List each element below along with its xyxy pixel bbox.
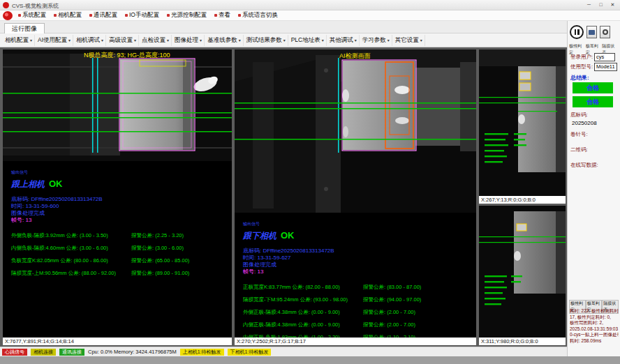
- toolbar-test-result-params[interactable]: 测试结果参数▾: [244, 35, 288, 46]
- toolbar: 相机配置▾ AI使用配置▾ 相机调试▾ 高级设置▾ 点检设置▾ 图像处理▾ 基准…: [0, 33, 567, 47]
- menu-item-system-config[interactable]: 系统配置: [18, 11, 46, 20]
- alarm-tolerance: 报警公差: (89.00 - 91.00): [131, 270, 228, 277]
- window-controls: ─ □ ✕: [583, 1, 619, 9]
- menu-item-view[interactable]: 查看: [214, 11, 230, 20]
- barcode-label: 底标码:: [570, 112, 588, 119]
- small-top-coord-readout: X:267;Y:13;R:0;G:0;B:0: [479, 196, 566, 204]
- menu-label: 查看: [219, 11, 230, 20]
- toolbar-label: 高级设置: [109, 36, 133, 45]
- measure-value: 内侧正极-隔膜:4.38mm 公差: (0.00 - 9.00): [243, 321, 363, 328]
- cpu-memory-readout: Cpu: 0.0% Memory: 3424.41796875M: [88, 349, 177, 355]
- result-badge-1: 合格: [573, 82, 613, 93]
- menu-icon: [238, 14, 241, 17]
- alarm-tolerance: 报警公差: (65.00 - 85.00): [131, 257, 228, 264]
- camera-snapshot-button[interactable]: [586, 26, 597, 38]
- toolbar-ai-config[interactable]: AI使用配置▾: [36, 35, 73, 46]
- title-bar: CVS-视觉检测系统 ─ □ ✕: [0, 0, 620, 10]
- comm-connection-badge: 通讯连接: [59, 349, 84, 356]
- menu-icon: [167, 14, 170, 17]
- menu-item-io-config[interactable]: IO手动配置: [125, 11, 159, 20]
- left-overlay-text: N极总高度: 93; HG-总高度:100: [84, 52, 170, 59]
- alarm-tolerance: 报警公差: (94.00 - 97.00): [363, 296, 472, 303]
- barcode-value: 20250208: [572, 120, 597, 126]
- menu-item-light-config[interactable]: 光源控制配置: [167, 11, 207, 20]
- tab-run-image[interactable]: 运行图像: [4, 23, 45, 34]
- left-camera-view[interactable]: N极总高度: 93; HG-总高度:100: [3, 50, 232, 161]
- reel-number-row: 卷针号:: [570, 131, 588, 138]
- middle-barcode: 底标码: DFffine2025020813313472B: [243, 248, 472, 255]
- reel-number-label: 卷针号:: [570, 131, 588, 138]
- small-bottom-camera-panel: [479, 206, 566, 338]
- middle-time: 时间: 13-31-59-627: [243, 255, 472, 261]
- toolbar-image-process[interactable]: 图像处理▾: [172, 35, 205, 46]
- target-calibration-button[interactable]: [600, 26, 610, 38]
- left-camera-title: 跟上相机: [11, 179, 45, 189]
- left-barcode: 底标码: DFffine2025020813313472B: [11, 196, 228, 203]
- menu-icon: [18, 14, 21, 17]
- chevron-down-icon: ▾: [68, 38, 71, 43]
- left-camera-panel: N极总高度: 93; HG-总高度:100 输出信号 跟上相机OK 底标码: D…: [3, 50, 232, 338]
- small-top-camera-panel: [479, 50, 566, 196]
- small-top-camera-view[interactable]: [479, 50, 566, 196]
- middle-camera-view[interactable]: AI检测画面: [235, 50, 476, 213]
- stats-lines: 耗时: 222, 极性检测耗时: 17, 极性判定耗时: 0, 极性写图耗时: …: [570, 308, 619, 344]
- toolbar-other-debug[interactable]: 其他调试▾: [327, 35, 360, 46]
- middle-coord-readout: X:270;Y:2502;R:17;G:17;B:17: [235, 338, 476, 345]
- menu-item-camera-config[interactable]: 相机配置: [54, 11, 82, 20]
- app-logo-icon: [3, 2, 9, 8]
- left-output-signal: 输出信号: [11, 169, 228, 176]
- menu-label: 系统配置: [22, 11, 46, 20]
- minimize-button[interactable]: ─: [583, 1, 595, 9]
- measure-value: 内侧负极-隔膜:4.60mm 公差: (3.00 - 6.00): [11, 245, 131, 252]
- toolbar-baseline-params[interactable]: 基准线参数▾: [205, 35, 244, 46]
- login-user-label: 登录用户:: [570, 54, 593, 61]
- menu-label: 通讯配置: [94, 11, 117, 20]
- alarm-tolerance: 报警公差: (2.00 - 7.00): [363, 321, 472, 328]
- toolbar-label: 点检设置: [142, 36, 165, 45]
- toolbar-camera-config[interactable]: 相机配置▾: [3, 35, 35, 46]
- measure-value: 隔膜宽度-下M:95.24mm 公差: (93.00 - 98.00): [243, 296, 363, 303]
- middle-result-ok: OK: [281, 230, 295, 241]
- measure-value: 负极宽度K:82.05mm 公差: (80.00 - 86.00): [11, 257, 131, 264]
- camera-icon: [589, 30, 595, 35]
- small-bottom-camera-view[interactable]: [479, 206, 566, 338]
- toolbar-advanced[interactable]: 高级设置▾: [107, 35, 139, 46]
- left-process-status: 图像处理完成: [11, 210, 228, 217]
- upper-camera-trigger-badge: 上相机1:待检触发: [180, 349, 224, 356]
- model-field[interactable]: Mode11: [594, 63, 617, 71]
- toolbar-camera-debug[interactable]: 相机调试▾: [74, 35, 106, 46]
- measure-value: 外侧正极-隔膜:4.38mm 公差: (0.00 - 9.00): [243, 309, 363, 316]
- menu-icon: [89, 14, 92, 17]
- left-coord-readout: X:7677,Y:891;R:14;G:14;B:14: [3, 338, 232, 345]
- toolbar-spot-check[interactable]: 点检设置▾: [140, 35, 172, 46]
- chevron-down-icon: ▾: [200, 38, 202, 43]
- toolbar-learning-params[interactable]: 学习参数▾: [360, 35, 392, 46]
- toolbar-plc-table[interactable]: PLC地址表▾: [289, 35, 327, 46]
- measure-value: 外侧负极-隔膜:3.92mm 公差: (3.00 - 3.50): [11, 232, 131, 239]
- model-row: 使用型号: Mode11: [570, 63, 617, 71]
- login-user-field[interactable]: cys: [594, 53, 615, 61]
- target-icon: [603, 29, 608, 35]
- middle-measurements: 正极宽度K:83.77mm 公差: (82.00 - 88.00)报警公差: (…: [243, 284, 472, 338]
- menu-item-language[interactable]: 系统语言切换: [238, 11, 278, 20]
- window-title: CVS-视觉检测系统: [12, 2, 59, 10]
- app-emblem-icon: [3, 11, 13, 20]
- online-write-label: 在线写数据:: [570, 162, 598, 169]
- toolbar-other-settings[interactable]: 其它设置▾: [393, 35, 425, 46]
- maximize-button[interactable]: □: [595, 1, 607, 9]
- heartbeat-status-badge: 心跳信号: [2, 349, 27, 356]
- qr-code-label: 二维码:: [570, 146, 588, 153]
- left-time: 时间: 13-31-59-600: [11, 203, 228, 210]
- qr-code-row: 二维码:: [570, 146, 588, 153]
- chevron-down-icon: ▾: [355, 38, 357, 43]
- menu-label: 相机配置: [58, 11, 82, 20]
- toolbar-label: PLC地址表: [291, 36, 320, 45]
- pause-button[interactable]: [570, 25, 584, 39]
- menu-item-comm-config[interactable]: 通讯配置: [89, 11, 117, 20]
- small-bottom-coord-readout: X:311;Y:980;R:0;G:0;B:0: [479, 338, 566, 345]
- tab-strip: 运行图像: [0, 21, 567, 33]
- close-button[interactable]: ✕: [607, 1, 619, 9]
- chevron-down-icon: ▾: [322, 38, 324, 43]
- toolbar-label: 学习参数: [362, 36, 386, 45]
- barcode-row: 底标码:: [570, 112, 588, 119]
